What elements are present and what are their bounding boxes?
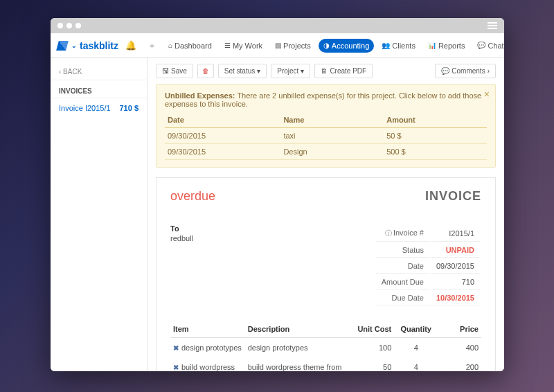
expenses-table: Date Name Amount 09/30/2015taxi50 $ 09/3… [165, 112, 487, 160]
home-icon: ⌂ [168, 42, 172, 49]
nav-chat[interactable]: 💬Chat [472, 39, 504, 53]
line-items-table: Item Description Unit Cost Quantity Pric… [170, 321, 481, 371]
sidebar: ‹ BACK INVOICES Invoice I2015/1 710 $ [51, 58, 148, 371]
expense-row[interactable]: 09/30/2015Design500 $ [165, 144, 487, 160]
remove-item-icon[interactable]: ✖ [173, 364, 179, 371]
bell-icon[interactable]: 🔔 [121, 40, 141, 51]
delete-button[interactable]: 🗑 [197, 64, 214, 78]
logo-icon [56, 41, 69, 51]
invoice-card: overdue INVOICE To redbull ⓘInvoice #I20… [156, 177, 496, 371]
navbar: ⌄ taskblitz 🔔 ＋ ⌂Dashboard ☰My Work ▤Pro… [51, 33, 504, 58]
info-icon[interactable]: ⓘ [385, 229, 392, 237]
folder-icon: ▤ [275, 42, 281, 49]
back-button[interactable]: ‹ BACK [51, 64, 147, 80]
set-status-dropdown[interactable]: Set status ▾ [218, 64, 267, 78]
project-dropdown[interactable]: Project ▾ [271, 64, 310, 78]
trash-icon: 🗑 [202, 67, 209, 75]
expense-row[interactable]: 09/30/2015taxi50 $ [165, 128, 487, 144]
caret-down-icon: ▾ [301, 67, 304, 75]
comments-button[interactable]: 💬Comments › [435, 64, 496, 78]
window-controls[interactable] [57, 23, 81, 28]
chart-icon: 📊 [428, 42, 436, 49]
pdf-icon: 🗎 [321, 67, 328, 75]
nav-accounting[interactable]: ◑Accounting [319, 39, 374, 53]
sidebar-invoice-item[interactable]: Invoice I2015/1 710 $ [51, 98, 147, 118]
toolbar: 🖫Save 🗑 Set status ▾ Project ▾ 🗎Create P… [156, 64, 496, 78]
nav-projects[interactable]: ▤Projects [270, 39, 316, 53]
line-item-row: ✖design prototypesdesign prototypes10044… [170, 338, 481, 358]
titlebar [51, 18, 504, 33]
unbilled-expenses-alert: × Unbilled Expenses: There are 2 unbille… [156, 84, 496, 168]
line-item-row: ✖build wordpress theme from the designbu… [170, 357, 481, 371]
to-block: To redbull [170, 224, 193, 307]
caret-down-icon: ▾ [257, 67, 260, 75]
create-pdf-button[interactable]: 🗎Create PDF [314, 64, 373, 78]
save-icon: 🖫 [162, 67, 169, 75]
brand[interactable]: ⌄ taskblitz [57, 40, 118, 51]
invoice-meta: ⓘInvoice #I2015/1 StatusUNPAID Date09/30… [375, 224, 481, 307]
briefcase-icon: ☰ [224, 42, 231, 49]
alert-title: Unbilled Expenses: [165, 91, 235, 100]
nav-dashboard[interactable]: ⌂Dashboard [163, 39, 217, 53]
main-content: 🖫Save 🗑 Set status ▾ Project ▾ 🗎Create P… [148, 58, 504, 371]
overdue-badge: overdue [170, 189, 215, 204]
save-button[interactable]: 🖫Save [156, 64, 193, 78]
remove-item-icon[interactable]: ✖ [173, 344, 179, 352]
nav-clients[interactable]: 👥Clients [377, 39, 420, 53]
chevron-down-icon: ⌄ [71, 42, 77, 49]
invoice-heading: INVOICE [425, 189, 481, 204]
close-icon[interactable]: × [484, 89, 490, 100]
plus-icon[interactable]: ＋ [143, 39, 161, 52]
app-window: ⌄ taskblitz 🔔 ＋ ⌂Dashboard ☰My Work ▤Pro… [51, 18, 504, 371]
chat-icon: 💬 [477, 42, 485, 49]
brand-name: taskblitz [80, 40, 118, 51]
chevron-right-icon: › [488, 67, 490, 75]
book-icon: ◑ [323, 42, 330, 49]
menu-icon[interactable] [488, 22, 497, 29]
nav-reports[interactable]: 📊Reports [423, 39, 470, 53]
nav-mywork[interactable]: ☰My Work [220, 39, 267, 53]
comment-icon: 💬 [441, 67, 449, 75]
users-icon: 👥 [382, 42, 390, 49]
sidebar-heading: INVOICES [51, 80, 147, 98]
